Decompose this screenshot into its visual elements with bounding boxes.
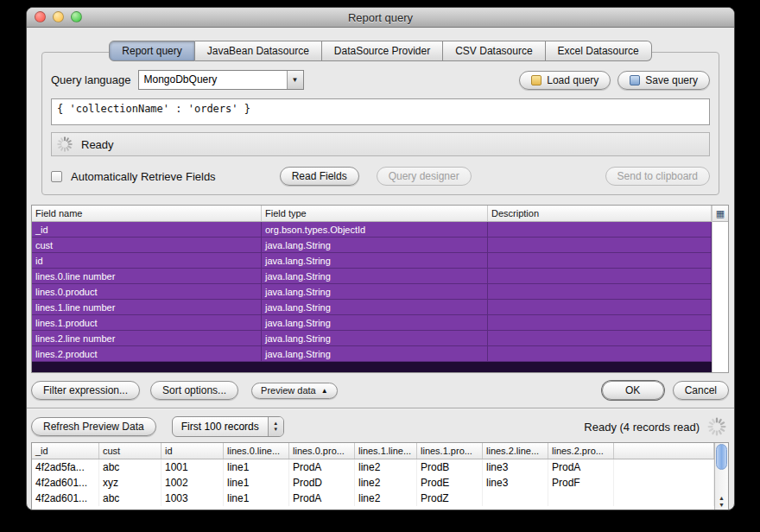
preview-cell: 1002 <box>162 475 224 491</box>
preview-row[interactable]: 4f2ad5fa... abc 1001 line1 ProdA line2 P… <box>32 459 714 475</box>
query-status-strip: Ready <box>51 132 710 156</box>
chevron-down-icon: ▼ <box>287 71 303 89</box>
preview-cell: 4f2ad601... <box>32 491 99 506</box>
field-name-cell: lines.2.line number <box>32 331 262 346</box>
tab-javabean-datasource[interactable]: JavaBean Datasource <box>195 41 322 61</box>
preview-cell: abc <box>99 491 162 506</box>
filter-expression-button[interactable]: Filter expression... <box>31 381 140 400</box>
preview-column-header[interactable]: id <box>162 443 224 459</box>
column-header-description[interactable]: Description <box>488 206 712 221</box>
report-query-dialog: Report query Report query JavaBean Datas… <box>26 7 735 510</box>
preview-column-header[interactable]: cust <box>99 443 162 459</box>
preview-cell-empty <box>614 491 714 506</box>
scroll-down-icon[interactable]: ▼ <box>719 502 725 508</box>
save-query-icon <box>630 75 640 86</box>
preview-column-header[interactable]: _id <box>32 443 99 459</box>
field-description-cell <box>488 269 712 284</box>
tab-excel-datasource[interactable]: Excel Datasource <box>546 41 652 61</box>
preview-cell: ProdA <box>548 459 614 475</box>
preview-cell: 4f2ad5fa... <box>32 459 99 475</box>
field-type-cell: java.lang.String <box>262 315 488 331</box>
table-row[interactable]: lines.2.line numberjava.lang.String <box>32 331 712 346</box>
close-button[interactable] <box>35 11 46 22</box>
preview-cell-empty <box>614 459 714 475</box>
preview-cell: 1001 <box>162 459 224 475</box>
field-description-cell <box>488 315 712 331</box>
preview-column-header[interactable]: lines.0.line... <box>224 443 289 459</box>
field-name-cell: id <box>32 253 262 269</box>
preview-vertical-scrollbar[interactable]: ▲ ▼ <box>714 443 728 510</box>
field-description-cell <box>488 222 712 238</box>
fields-table: Field name Field type Description _idorg… <box>31 205 729 373</box>
query-editor[interactable]: { 'collectionName' : 'orders' } <box>51 98 710 125</box>
field-name-cell: lines.0.product <box>32 284 262 300</box>
load-query-button[interactable]: Load query <box>519 71 611 90</box>
preview-cell: line1 <box>224 475 289 491</box>
sort-options-button[interactable]: Sort options... <box>150 381 238 400</box>
field-description-cell <box>488 284 712 300</box>
table-row[interactable]: lines.2.productjava.lang.String <box>32 346 712 362</box>
cancel-button[interactable]: Cancel <box>673 381 729 400</box>
table-row[interactable]: _idorg.bson.types.ObjectId <box>32 222 712 238</box>
query-language-label: Query language <box>51 73 131 86</box>
preview-column-header[interactable]: lines.1.pro... <box>417 443 483 459</box>
save-query-button[interactable]: Save query <box>618 71 710 90</box>
preview-cell: ProdD <box>289 475 355 491</box>
fields-table-empty-area <box>32 362 712 372</box>
table-row[interactable]: lines.0.line numberjava.lang.String <box>32 269 712 284</box>
column-header-field-name[interactable]: Field name <box>32 206 262 221</box>
table-row[interactable]: custjava.lang.String <box>32 238 712 253</box>
table-options-button[interactable]: ▦ <box>712 206 728 222</box>
field-name-cell: lines.0.line number <box>32 269 262 284</box>
preview-cell: ProdB <box>417 459 483 475</box>
zoom-button[interactable] <box>71 11 82 22</box>
preview-column-header[interactable]: lines.1.line... <box>355 443 417 459</box>
scrollbar-thumb[interactable] <box>716 444 727 470</box>
preview-cell: ProdA <box>289 459 355 475</box>
titlebar[interactable]: Report query <box>27 8 734 28</box>
column-header-field-type[interactable]: Field type <box>262 206 488 221</box>
stepper-up-icon: ▲ <box>273 421 278 427</box>
preview-cell: line2 <box>355 475 417 491</box>
preview-cell: line3 <box>483 475 548 491</box>
minimize-button[interactable] <box>53 11 64 22</box>
table-row[interactable]: idjava.lang.String <box>32 253 712 269</box>
fields-table-header: Field name Field type Description <box>32 206 712 222</box>
field-description-cell <box>488 300 712 315</box>
preview-cell: line2 <box>355 459 417 475</box>
tab-datasource-provider[interactable]: DataSource Provider <box>322 41 443 61</box>
tab-csv-datasource[interactable]: CSV Datasource <box>443 41 545 61</box>
preview-column-header[interactable]: lines.2.pro... <box>548 443 614 459</box>
preview-table: _id cust id lines.0.line... lines.0.pro.… <box>31 442 729 510</box>
field-name-cell: _id <box>32 222 262 238</box>
preview-data-toggle[interactable]: Preview data ▲ <box>251 383 338 399</box>
ok-button[interactable]: OK <box>602 381 664 400</box>
field-name-cell: lines.2.product <box>32 346 262 362</box>
query-language-select[interactable]: MongoDbQuery ▼ <box>138 70 304 90</box>
stepper-down-icon: ▼ <box>273 427 278 433</box>
window-controls <box>35 11 82 22</box>
load-query-icon <box>531 75 542 86</box>
field-type-cell: org.bson.types.ObjectId <box>262 222 488 238</box>
auto-retrieve-checkbox[interactable] <box>51 171 62 182</box>
preview-cell: 4f2ad601... <box>32 475 99 491</box>
read-fields-button[interactable]: Read Fields <box>280 167 359 186</box>
field-type-cell: java.lang.String <box>262 346 488 362</box>
preview-cell <box>483 491 548 506</box>
collapse-arrow-icon: ▲ <box>321 387 328 395</box>
table-row[interactable]: lines.1.productjava.lang.String <box>32 315 712 331</box>
field-name-cell: lines.1.product <box>32 315 262 331</box>
table-row[interactable]: lines.1.line numberjava.lang.String <box>32 300 712 315</box>
send-to-clipboard-button[interactable]: Send to clipboard <box>605 167 710 186</box>
preview-column-header[interactable]: lines.2.line... <box>483 443 548 459</box>
query-designer-button[interactable]: Query designer <box>377 167 472 186</box>
records-count-select[interactable]: First 100 records ▲ ▼ <box>172 416 284 437</box>
refresh-preview-button[interactable]: Refresh Preview Data <box>31 417 156 436</box>
tab-report-query[interactable]: Report query <box>109 41 194 61</box>
scroll-up-icon[interactable]: ▲ <box>719 495 725 501</box>
preview-row[interactable]: 4f2ad601... abc 1003 line1 ProdA line2 P… <box>32 491 714 506</box>
table-row[interactable]: lines.0.productjava.lang.String <box>32 284 712 300</box>
field-description-cell <box>488 331 712 346</box>
preview-row[interactable]: 4f2ad601... xyz 1002 line1 ProdD line2 P… <box>32 475 714 491</box>
preview-column-header[interactable]: lines.0.pro... <box>289 443 355 459</box>
